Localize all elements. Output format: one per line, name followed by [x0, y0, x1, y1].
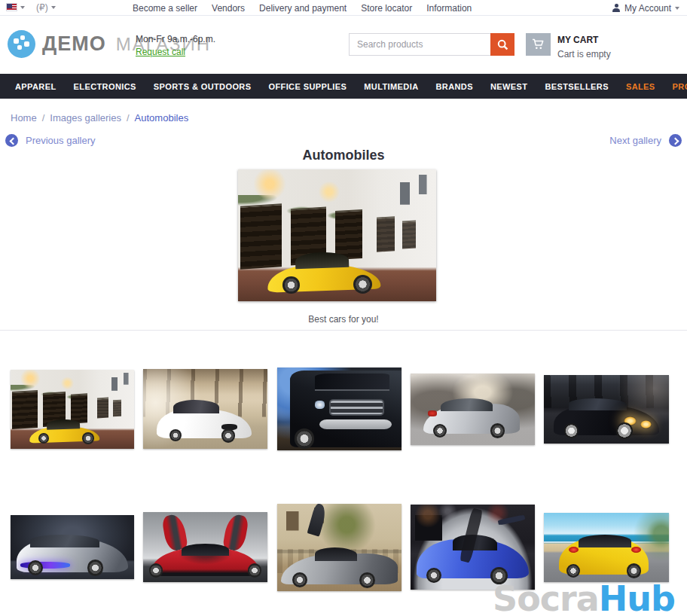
chevron-down-icon [20, 6, 25, 9]
nav-apparel[interactable]: APPAREL [15, 82, 56, 91]
breadcrumb-separator: / [127, 112, 130, 124]
main-navigation: APPAREL ELECTRONICS SPORTS & OUTDOORS OF… [0, 74, 687, 99]
nav-sports-outdoors[interactable]: SPORTS & OUTDOORS [154, 82, 252, 91]
header: ДЕМО МАГАЗИН Mon-Fr 9a.m.-6p.m. Request … [0, 17, 687, 74]
next-gallery-label: Next gallery [609, 135, 661, 146]
nav-electronics[interactable]: ELECTRONICS [74, 82, 136, 91]
gallery-thumbnail-audi[interactable] [411, 374, 535, 445]
cart-title: MY CART [557, 35, 611, 45]
logo-icon [8, 30, 35, 58]
gallery-main-image[interactable] [238, 169, 436, 301]
chevron-down-icon [675, 7, 679, 10]
search-box [349, 33, 514, 56]
thumbnail-row-1 [0, 367, 687, 450]
top-menu-become-a-seller[interactable]: Become a seller [133, 3, 197, 14]
gallery-thumbnail-bmw-night[interactable] [544, 375, 669, 444]
divider [0, 330, 687, 331]
previous-gallery-label: Previous gallery [26, 135, 96, 146]
cart-icon [532, 38, 545, 50]
logo-text-primary: ДЕМО [42, 32, 106, 56]
breadcrumb-home[interactable]: Home [11, 112, 37, 124]
gallery-thumbnail-lamborghini[interactable] [11, 370, 134, 449]
chevron-left-icon [5, 134, 18, 147]
cart-status: Cart is empty [557, 49, 611, 59]
request-call-link[interactable]: Request call [136, 47, 185, 57]
currency-label: (₽) [36, 2, 48, 13]
top-menu-store-locator[interactable]: Store locator [361, 3, 412, 14]
nav-bestsellers[interactable]: BESTSELLERS [545, 82, 608, 91]
previous-gallery-link[interactable]: Previous gallery [5, 134, 96, 147]
currency-selector[interactable]: (₽) [36, 2, 56, 13]
mini-cart[interactable]: MY CART Cart is empty [526, 33, 611, 59]
breadcrumb-images-galleries[interactable]: Images galleries [50, 112, 121, 124]
gallery-navigation: Previous gallery Next gallery [0, 134, 687, 148]
gallery-thumbnail-koenigsegg[interactable] [411, 505, 535, 590]
watermark-part2: Hub [599, 578, 675, 616]
my-account-menu[interactable]: My Account [612, 0, 679, 16]
us-flag-icon [6, 3, 17, 11]
cart-icon-box [526, 33, 551, 56]
breadcrumb-separator: / [42, 112, 45, 124]
gallery-thumbnail-ferrari-458[interactable] [544, 513, 669, 582]
top-menu: Become a seller Vendors Delivery and pay… [133, 0, 472, 16]
my-account-label: My Account [624, 3, 671, 14]
nav-multimedia[interactable]: MULTIMEDIA [364, 82, 418, 91]
language-selector[interactable] [6, 3, 25, 11]
chevron-down-icon [51, 6, 56, 9]
gallery-thumbnail-eq-concept[interactable] [11, 515, 134, 579]
top-menu-information[interactable]: Information [426, 3, 472, 14]
gallery-thumbnail-white-bmw[interactable] [143, 369, 267, 449]
gallery-thumbnail-suv[interactable] [277, 367, 402, 450]
next-gallery-link[interactable]: Next gallery [609, 134, 682, 147]
search-input[interactable] [349, 33, 490, 56]
watermark-part1: Socra [493, 578, 599, 616]
working-hours: Mon-Fr 9a.m.-6p.m. [136, 34, 215, 44]
top-menu-vendors[interactable]: Vendors [212, 3, 245, 14]
gallery-caption: Best cars for you! [0, 314, 687, 325]
search-button[interactable] [490, 33, 514, 56]
nav-brands[interactable]: BRANDS [435, 82, 472, 91]
watermark: SocraHub [493, 578, 675, 616]
gallery-thumbnail-pagani[interactable] [277, 504, 402, 591]
person-icon [612, 4, 621, 12]
nav-newest[interactable]: NEWEST [490, 82, 527, 91]
gallery-thumbnail-laferrari[interactable] [143, 512, 267, 582]
breadcrumb: Home / Images galleries / Automobiles [11, 112, 188, 124]
top-menu-delivery[interactable]: Delivery and payment [259, 3, 347, 14]
chevron-right-icon [669, 134, 682, 147]
nav-office-supplies[interactable]: OFFICE SUPPLIES [268, 82, 347, 91]
page-title: Automobiles [0, 148, 687, 163]
breadcrumb-current: Automobiles [135, 112, 189, 124]
page: (₽) Become a seller Vendors Delivery and… [0, 0, 687, 616]
nav-sales[interactable]: SALES [626, 82, 655, 91]
nav-promotions[interactable]: PROMOTIONS [673, 82, 687, 91]
top-bar: (₽) Become a seller Vendors Delivery and… [0, 0, 687, 16]
search-icon [497, 39, 508, 50]
